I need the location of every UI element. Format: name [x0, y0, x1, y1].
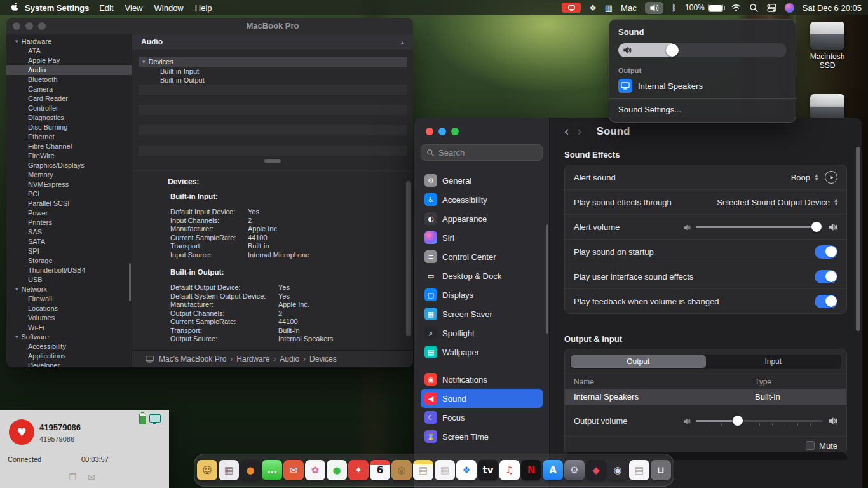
sidebar-item-appearance[interactable]: ◐ Appearance	[421, 209, 543, 228]
volume-feedback-toggle[interactable]	[815, 295, 837, 308]
tree-row-devices[interactable]: ▾ Devices	[139, 57, 407, 67]
titlebar[interactable]: MacBook Pro	[6, 18, 413, 35]
sidebar-item-accessibility[interactable]: ♿ Accessibility	[421, 190, 543, 209]
slider-knob[interactable]	[811, 222, 822, 232]
dock-icon-photos[interactable]: ✿	[305, 460, 325, 480]
wifi-icon[interactable]	[731, 3, 741, 13]
tree-section-network[interactable]: ▾ Network	[6, 285, 132, 294]
scrollbar[interactable]	[406, 181, 411, 336]
breadcrumb-item[interactable]: Audio	[280, 355, 309, 363]
sidebar-item[interactable]: Parallel SCSI	[6, 199, 132, 208]
menu-item[interactable]: Edit	[99, 3, 113, 13]
sidebar-item[interactable]: SATA	[6, 237, 132, 247]
status-icon-window[interactable]: ▥	[605, 3, 613, 13]
volume-menu-open[interactable]	[645, 2, 663, 14]
control-center-icon[interactable]	[767, 3, 776, 13]
effects-through-value[interactable]: Selected Sound Output Device	[717, 198, 830, 207]
sidebar-item[interactable]: Graphics/Displays	[6, 161, 132, 170]
sidebar-item[interactable]: ATA	[6, 46, 132, 56]
tab-output[interactable]: Output	[571, 355, 706, 368]
sidebar-item-desktop-dock[interactable]: ▭ Desktop & Dock	[421, 266, 543, 285]
split-handle[interactable]	[264, 159, 281, 163]
sidebar-item-screen-time[interactable]: ⌛ Screen Time	[421, 427, 543, 446]
breadcrumb-item[interactable]: Mac's MacBook Pro	[159, 355, 236, 363]
spotlight-icon[interactable]	[749, 3, 759, 13]
tree-row-device[interactable]: Built-in Input	[139, 67, 407, 76]
audio-pane-header[interactable]: Audio ▴	[132, 34, 413, 50]
sidebar-item[interactable]: Diagnostics	[6, 113, 132, 123]
menu-item[interactable]: View	[125, 3, 143, 13]
sidebar-item[interactable]: Ethernet	[6, 132, 132, 142]
sidebar-item-control-center[interactable]: ≡ Control Center	[421, 247, 543, 266]
close-button[interactable]	[13, 22, 20, 30]
sidebar-item[interactable]: Applications	[6, 351, 132, 361]
volume-slider[interactable]	[618, 43, 787, 57]
alert-sound-value[interactable]: Boop	[791, 173, 810, 182]
dock-icon-messages[interactable]: …	[262, 460, 282, 480]
sidebar-item[interactable]: Fibre Channel	[6, 142, 132, 151]
search-input[interactable]: Search	[421, 144, 543, 161]
collapse-icon[interactable]: ▴	[401, 39, 404, 46]
sidebar-item[interactable]: Accessibility	[6, 342, 132, 351]
output-volume-slider[interactable]	[696, 416, 823, 426]
sidebar-item[interactable]: Controller	[6, 104, 132, 113]
scrollbar[interactable]	[546, 224, 548, 334]
sidebar-item[interactable]: PCI	[6, 189, 132, 199]
file-transfer-icon[interactable]: ❐	[69, 472, 77, 482]
dock-icon-reminders[interactable]: ▦	[435, 460, 455, 480]
sidebar-item[interactable]: Printers	[6, 218, 132, 227]
dock-icon-notes[interactable]: ▤	[413, 460, 433, 480]
startup-sound-toggle[interactable]	[815, 245, 837, 259]
dock-icon-smiley-app[interactable]: ☺	[197, 460, 217, 480]
play-alert-sound-button[interactable]	[825, 171, 837, 184]
screen-recording-indicator[interactable]	[562, 3, 581, 13]
parallels-mac-menu[interactable]: Mac	[621, 3, 637, 13]
menu-bar-clock[interactable]: Sat Dec 6 20:05	[803, 3, 862, 13]
apple-menu[interactable]	[10, 2, 20, 13]
tree-row-device[interactable]: Built-in Output	[139, 76, 407, 85]
sidebar-item-general[interactable]: ⚙ General	[421, 171, 543, 190]
dock-icon-dark-circle-app[interactable]: ◉	[607, 460, 628, 480]
alert-volume-slider[interactable]	[696, 222, 823, 232]
siri-icon[interactable]	[785, 3, 794, 13]
minimize-button[interactable]	[25, 22, 33, 30]
sidebar-item[interactable]: Locations	[6, 304, 132, 313]
dock-icon-calendar[interactable]: 6	[370, 460, 390, 480]
sidebar-item-siri[interactable]: Siri	[421, 228, 543, 247]
sidebar-item-notifications[interactable]: ◉ Notifications	[421, 370, 543, 389]
back-button[interactable]: ‹	[564, 125, 569, 138]
sidebar-item-wallpaper[interactable]: ▤ Wallpaper	[421, 342, 543, 362]
zoom-button[interactable]	[38, 22, 46, 30]
bluetooth-icon[interactable]: ᛒ	[672, 3, 677, 13]
dock-icon-netflix[interactable]: N	[521, 460, 541, 480]
forward-button[interactable]: ›	[577, 125, 583, 138]
sidebar-item-sound[interactable]: ◀ Sound	[421, 389, 543, 408]
breadcrumb-item[interactable]: Hardware	[236, 355, 280, 363]
sound-settings-item[interactable]: Sound Settings...	[618, 105, 787, 114]
dock-icon-freeform[interactable]: ❖	[456, 460, 477, 480]
sidebar-item[interactable]: Bluetooth	[6, 75, 132, 85]
sidebar-item[interactable]: Card Reader	[6, 94, 132, 104]
minimize-button[interactable]	[438, 128, 446, 135]
battery-status[interactable]: 100%	[685, 3, 723, 12]
desktop-icon-macintosh-ssd[interactable]: Macintosh SSD	[807, 22, 848, 70]
sidebar-item[interactable]: Disc Burning	[6, 123, 132, 132]
dock-icon-gem-app[interactable]: ◆	[586, 460, 606, 480]
mute-checkbox[interactable]	[806, 441, 815, 450]
dock-icon-mail-app[interactable]: ✉	[283, 460, 304, 480]
sidebar-item[interactable]: Storage	[6, 256, 132, 266]
slider-knob[interactable]	[733, 416, 743, 426]
sidebar-item[interactable]: Power	[6, 208, 132, 218]
sidebar-item[interactable]: Firewall	[6, 294, 132, 304]
sidebar-item[interactable]: SPI	[6, 247, 132, 256]
sidebar-item[interactable]: Wi-Fi	[6, 323, 132, 332]
dock-icon-green-app[interactable]: ●	[327, 460, 347, 480]
dock-icon-orange-dot-app[interactable]: ●	[240, 460, 261, 480]
sidebar-item[interactable]: Developer	[6, 361, 132, 367]
sidebar-item[interactable]: SAS	[6, 227, 132, 237]
scrollbar[interactable]	[856, 147, 860, 331]
zoom-button[interactable]	[451, 128, 459, 135]
sidebar-item[interactable]: Camera	[6, 85, 132, 94]
sidebar-item[interactable]: Apple Pay	[6, 56, 132, 65]
dock-icon-document-app[interactable]: ▤	[629, 460, 649, 480]
